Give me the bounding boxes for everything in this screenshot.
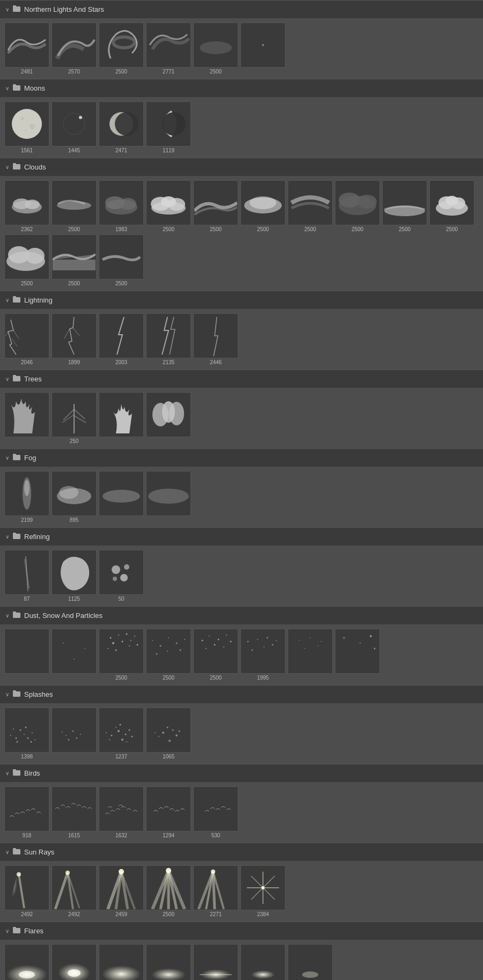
thumb-item-clouds-11[interactable]: 2500	[52, 234, 97, 286]
thumb-item-flares-3[interactable]: 2168	[146, 944, 191, 980]
thumb-item-clouds-4[interactable]: 2500	[193, 180, 238, 232]
folder-icon	[12, 374, 21, 384]
thumb-item-sun-rays-0[interactable]: 2492	[4, 865, 49, 917]
thumb-item-clouds-3[interactable]: 2500	[146, 180, 191, 232]
thumb-label-sun-rays-4: 2271	[210, 911, 222, 917]
svg-point-122	[125, 734, 127, 735]
thumb-item-sun-rays-1[interactable]: 2492	[52, 865, 97, 917]
svg-point-101	[360, 643, 361, 644]
thumb-item-dust-snow-7[interactable]	[335, 629, 380, 681]
thumb-item-lightning-4[interactable]: 2446	[193, 313, 238, 365]
thumb-item-sun-rays-4[interactable]: 2271	[193, 865, 238, 917]
thumb-item-moons-1[interactable]: 1445	[52, 101, 97, 153]
thumb-item-birds-1[interactable]: 1615	[52, 786, 97, 838]
thumb-item-flares-2[interactable]: 2500	[99, 944, 144, 980]
thumb-item-splashes-1[interactable]	[52, 708, 97, 760]
section-header-moons[interactable]: ∨ Moons	[0, 79, 483, 97]
thumb-item-northern-lights-4[interactable]: 2500	[193, 23, 238, 75]
svg-point-117	[68, 739, 70, 741]
thumb-item-lightning-3[interactable]: 2135	[146, 313, 191, 365]
thumb-item-trees-2[interactable]	[99, 392, 144, 444]
section-header-splashes[interactable]: ∨ Splashes	[0, 685, 483, 703]
svg-point-104	[24, 734, 25, 735]
thumb-item-northern-lights-0[interactable]: 2481	[4, 23, 49, 75]
thumb-item-flares-6[interactable]: 400	[288, 944, 333, 980]
thumb-item-sun-rays-3[interactable]: 2500	[146, 865, 191, 917]
thumb-item-trees-1[interactable]: 250	[52, 392, 97, 444]
thumb-item-sun-rays-2[interactable]: 2459	[99, 865, 144, 917]
thumb-item-trees-0[interactable]	[4, 392, 49, 444]
svg-point-92	[264, 646, 265, 647]
svg-point-10	[115, 112, 138, 136]
thumb-item-dust-snow-1[interactable]	[52, 629, 97, 681]
section-header-flares[interactable]: ∨ Flares	[0, 922, 483, 940]
thumb-item-fog-0[interactable]: 2199	[4, 471, 49, 523]
thumb-item-splashes-2[interactable]: 1237	[99, 708, 144, 760]
thumb-item-dust-snow-5[interactable]: 1995	[240, 629, 286, 681]
thumb-item-lightning-1[interactable]: 1899	[52, 313, 97, 365]
section-header-sun-rays[interactable]: ∨ Sun Rays	[0, 843, 483, 861]
thumb-item-clouds-0[interactable]: 2362	[4, 180, 49, 232]
thumb-item-fog-3[interactable]	[146, 471, 191, 523]
section-header-trees[interactable]: ∨ Trees	[0, 370, 483, 388]
thumb-item-lightning-2[interactable]: 2003	[99, 313, 144, 365]
thumb-box-splashes-2	[99, 708, 144, 753]
svg-point-24	[250, 196, 276, 209]
thumb-item-birds-3[interactable]: 1294	[146, 786, 191, 838]
section-header-northern-lights[interactable]: ∨ Northern Lights And Stars	[0, 0, 483, 18]
thumb-item-clouds-5[interactable]: 2500	[240, 180, 286, 232]
thumb-item-dust-snow-6[interactable]	[288, 629, 333, 681]
svg-point-153	[102, 966, 141, 980]
thumb-item-flares-1[interactable]: 1323	[52, 944, 97, 980]
thumb-item-moons-0[interactable]: 1561	[4, 101, 49, 153]
thumb-item-dust-snow-3[interactable]: 2500	[146, 629, 191, 681]
thumb-box-refining-0	[4, 550, 49, 595]
section-header-fog[interactable]: ∨ Fog	[0, 448, 483, 467]
section-header-refining[interactable]: ∨ Refining	[0, 527, 483, 546]
thumb-box-dust-snow-1	[52, 629, 97, 674]
thumb-item-lightning-0[interactable]: 2046	[4, 313, 49, 365]
section-header-dust-snow[interactable]: ∨ Dust, Snow And Particles	[0, 606, 483, 624]
thumb-item-clouds-6[interactable]: 2500	[288, 180, 333, 232]
thumb-item-fog-1[interactable]: 895	[52, 471, 97, 523]
section-header-clouds[interactable]: ∨ Clouds	[0, 158, 483, 176]
thumb-item-splashes-3[interactable]: 1065	[146, 708, 191, 760]
thumb-item-splashes-0[interactable]: 1398	[4, 708, 49, 760]
thumb-label-clouds-9: 2500	[446, 226, 458, 232]
thumb-item-northern-lights-3[interactable]: 2771	[146, 23, 191, 75]
thumb-item-flares-5[interactable]: 1316	[240, 944, 286, 980]
svg-point-85	[223, 646, 224, 647]
svg-point-139	[17, 872, 21, 876]
thumb-item-northern-lights-5[interactable]	[240, 23, 286, 75]
thumb-item-dust-snow-0[interactable]	[4, 629, 49, 681]
thumb-box-clouds-9	[429, 180, 474, 225]
thumb-item-moons-3[interactable]: 1119	[146, 101, 191, 153]
thumb-item-refining-0[interactable]: 87	[4, 550, 49, 602]
thumb-item-trees-3[interactable]	[146, 392, 191, 444]
thumb-item-moons-2[interactable]: 2471	[99, 101, 144, 153]
thumb-item-northern-lights-1[interactable]: 2570	[52, 23, 97, 75]
thumb-item-flares-0[interactable]: 23898	[4, 944, 49, 980]
thumb-item-northern-lights-2[interactable]: 2500	[99, 23, 144, 75]
thumb-item-flares-4[interactable]: 2349	[193, 944, 238, 980]
thumb-item-refining-2[interactable]: 50	[99, 550, 144, 602]
thumb-item-birds-4[interactable]: 530	[193, 786, 238, 838]
thumb-item-clouds-10[interactable]: 2500	[4, 234, 49, 286]
thumb-item-fog-2[interactable]	[99, 471, 144, 523]
thumb-item-birds-0[interactable]: 918	[4, 786, 49, 838]
thumb-item-clouds-8[interactable]: 2500	[382, 180, 427, 232]
thumb-item-birds-2[interactable]: 1632	[99, 786, 144, 838]
section-header-lightning[interactable]: ∨ Lightning	[0, 291, 483, 309]
svg-point-141	[119, 869, 124, 874]
thumb-item-dust-snow-4[interactable]: 2500	[193, 629, 238, 681]
thumb-item-sun-rays-5[interactable]: 2384	[240, 865, 286, 917]
section-header-birds[interactable]: ∨ Birds	[0, 764, 483, 782]
thumb-item-clouds-2[interactable]: 1983	[99, 180, 144, 232]
thumb-item-dust-snow-2[interactable]: 2500	[99, 629, 144, 681]
svg-point-79	[202, 640, 203, 642]
thumb-item-clouds-1[interactable]: 2500	[52, 180, 97, 232]
thumb-item-clouds-12[interactable]: 2500	[99, 234, 144, 286]
thumb-item-refining-1[interactable]: 1125	[52, 550, 97, 602]
thumb-item-clouds-7[interactable]: 2500	[335, 180, 380, 232]
thumb-item-clouds-9[interactable]: 2500	[429, 180, 474, 232]
